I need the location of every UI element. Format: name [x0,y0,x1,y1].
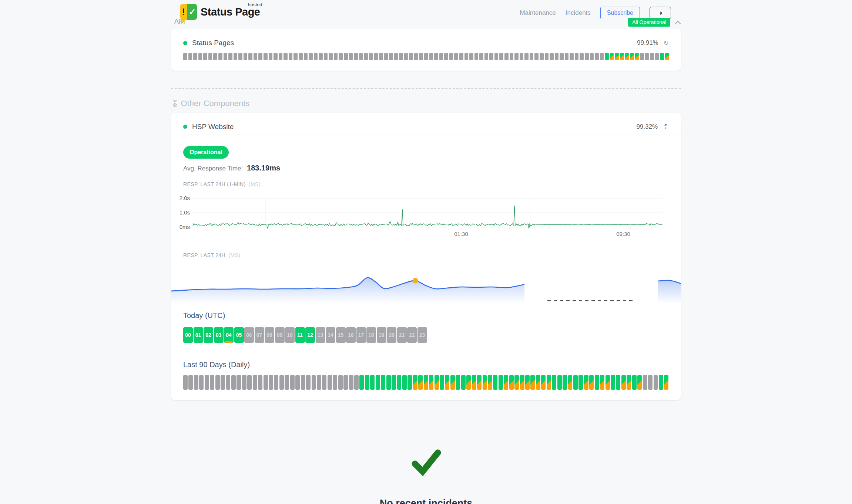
uptime-bar [611,375,615,390]
uptime-bar [304,53,308,60]
uptime-bar [328,375,332,390]
hour-block-09: 09 [275,327,285,343]
uptime-bar [637,375,642,390]
uptime-bar [493,375,497,390]
response-time-line-chart: 2.0s1.0s0ms01:3009:30 [179,192,677,240]
uptime-bar [573,375,578,390]
uptime-bar [565,53,569,60]
uptime-bar [434,53,438,60]
uptime-bar [645,53,649,60]
uptime-bar [484,53,489,60]
uptime-bar [557,375,562,390]
uptime-bar [439,53,443,60]
uptime-bar [632,375,637,390]
uptime-bar [509,375,514,390]
uptime-bar [643,375,647,390]
subscribe-button[interactable]: Subscribe [600,7,640,19]
uptime-bar [464,53,469,60]
uptime-bar [600,375,604,390]
brand-title: Status Page hosted [201,6,260,18]
theme-toggle-button[interactable]: ◑ [650,7,671,19]
uptime-bar [228,53,232,60]
brand-superscript: hosted [248,2,262,7]
uptime-bar [585,53,589,60]
uptime-bar [274,375,278,390]
uptime-percent: 99.32% [636,123,658,131]
hour-block-13: 13 [316,327,325,343]
uptime-bars-status-pages [183,53,669,60]
uptime-bar [199,375,204,390]
uptime-bar [312,375,316,390]
uptime-bar [203,53,207,60]
hour-block-18: 18 [366,327,376,343]
uptime-bar [413,375,417,390]
page-header: ! ✓ Status Page hosted Maintenance Incid… [171,0,681,20]
uptime-bar [306,375,311,390]
uptime-bar [339,53,343,60]
uptime-bar [279,53,283,60]
hour-block-20: 20 [387,327,396,343]
uptime-bar [193,53,197,60]
uptime-bar [627,375,631,390]
uptime-bar [615,53,619,60]
uptime-bar [665,53,669,60]
uptime-bar [429,53,433,60]
uptime-bar [625,53,629,60]
uptime-bar [359,53,363,60]
uptime-bar [595,53,599,60]
uptime-bar [459,53,463,60]
uptime-bar [359,375,364,390]
grid-icon [173,100,177,107]
uptime-bar [343,375,348,390]
chevron-up-icon[interactable] [675,20,681,24]
uptime-bar [376,375,380,390]
hour-block-23: 23 [417,327,427,343]
refresh-icon[interactable]: ↻ [664,39,669,47]
uptime-bar [655,53,659,60]
uptime-bar [580,53,584,60]
uptime-bar [349,53,353,60]
hsp-website-card: HSP Website 99.32% ⇡ Operational Avg. Re… [171,113,681,400]
uptime-bar [489,53,493,60]
top-nav: Maintenance Incidents Subscribe ◑ [520,7,671,19]
uptime-bar [440,375,444,390]
uptime-bar [407,375,412,390]
status-dot [183,125,187,129]
uptime-bar [477,375,482,390]
nav-incidents[interactable]: Incidents [566,9,591,17]
section-separator [171,88,681,89]
uptime-bar [445,375,449,390]
uptime-bar [381,375,385,390]
hour-block-16: 16 [346,327,356,343]
uptime-bar [664,375,668,390]
uptime-bar [402,375,407,390]
uptime-bar [479,53,483,60]
uptime-bar [520,375,524,390]
uptime-bar [621,375,626,390]
uptime-bar [237,375,241,390]
uptime-bar [293,53,298,60]
uptime-bar [248,53,252,60]
uptime-bar [620,53,624,60]
uptime-bar [418,375,423,390]
svg-text:1.0s: 1.0s [180,209,190,216]
hour-block-05: 05 [234,327,244,343]
nav-maintenance[interactable]: Maintenance [520,9,556,17]
uptime-bar [488,375,492,390]
uptime-bar [299,53,303,60]
uptime-bar [309,53,313,60]
uptime-bar [424,53,428,60]
uptime-bar [198,53,202,60]
uptime-bar [334,53,338,60]
uptime-bar [650,53,654,60]
uptime-bar [210,375,214,390]
uptime-bar [188,375,193,390]
uptime-bar [454,53,458,60]
uptime-bar [600,53,604,60]
uptime-bar [530,375,535,390]
uptime-bar [279,375,284,390]
last-90-days-bars [183,375,669,390]
uptime-bar [660,53,664,60]
uptime-bar [213,53,217,60]
other-components-heading: Other Components [181,99,250,108]
